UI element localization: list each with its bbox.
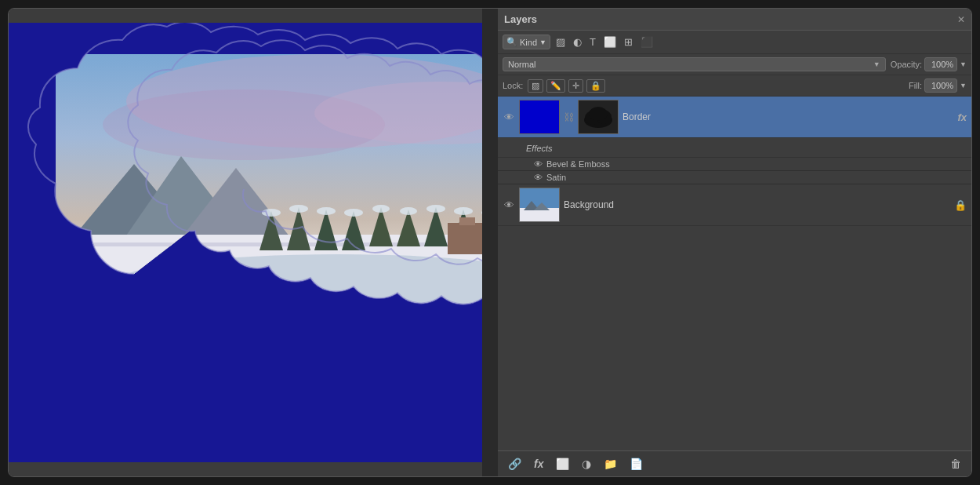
kind-filter-shape-btn[interactable]: ⬜ <box>601 35 619 49</box>
layers-list: 👁 ⛓ Bo <box>498 97 971 450</box>
canvas-background <box>9 23 482 462</box>
thumb-landscape <box>520 188 559 221</box>
lock-fill-row: Lock: ▨ ✏️ ✛ 🔒 Fill: 100% ▼ <box>498 75 971 97</box>
layer-visibility-icon-border[interactable]: 👁 <box>503 111 515 123</box>
thumb-cloud <box>579 100 618 133</box>
kind-chevron-icon: ▼ <box>539 38 546 46</box>
layers-panel: Layers ✕ 🔍 Kind ▼ ▨ ◐ T ⬜ ⊞ ⬛ Normal ▼ O… <box>498 9 971 476</box>
effect-satin[interactable]: 👁 Satin <box>498 171 971 184</box>
lock-position-btn[interactable]: ✛ <box>568 79 583 93</box>
layer-thumb-color-border <box>519 100 560 134</box>
layers-bottom-toolbar: 🔗 fx ⬜ ◑ 📁 📄 🗑 <box>498 450 971 476</box>
blend-mode-dropdown[interactable]: Normal ▼ <box>503 57 886 71</box>
fill-label: Fill: <box>909 81 922 90</box>
layer-visibility-icon-background[interactable]: 👁 <box>503 199 515 211</box>
fill-value[interactable]: 100% <box>924 78 957 93</box>
opacity-label: Opacity: <box>891 60 922 69</box>
kind-filter-smart-btn[interactable]: ⊞ <box>622 35 635 49</box>
svg-point-43 <box>589 107 608 121</box>
svg-rect-36 <box>459 217 475 225</box>
blend-chevron-icon: ▼ <box>873 60 880 68</box>
add-adjustment-btn[interactable]: ◑ <box>578 455 595 472</box>
blend-mode-value: Normal <box>508 60 535 69</box>
lock-icons: ▨ ✏️ ✛ 🔒 <box>528 79 605 93</box>
opacity-control: Opacity: 100% ▼ <box>891 57 967 71</box>
layers-panel-header: Layers ✕ <box>498 9 971 31</box>
kind-dropdown[interactable]: 🔍 Kind ▼ <box>503 35 550 49</box>
layer-fx-icon-border[interactable]: fx <box>957 111 967 123</box>
kind-filter-more-btn[interactable]: ⬛ <box>638 35 655 49</box>
layer-item-background[interactable]: 👁 Background 🔒 <box>498 184 971 226</box>
svg-rect-35 <box>448 223 482 254</box>
svg-point-31 <box>454 207 473 215</box>
svg-point-26 <box>317 207 336 215</box>
lock-all-btn[interactable]: 🔒 <box>586 79 605 93</box>
delete-layer-btn[interactable]: 🗑 <box>946 455 965 472</box>
fill-chevron-icon: ▼ <box>960 82 967 89</box>
effect-eye-satin[interactable]: 👁 <box>534 173 543 182</box>
layer-thumb-mask-border <box>578 100 619 134</box>
effect-name-bevel: Bevel & Emboss <box>546 159 610 169</box>
effect-name-satin: Satin <box>546 173 566 182</box>
svg-point-28 <box>372 205 390 213</box>
lock-pixels-btn[interactable]: ▨ <box>528 79 543 93</box>
add-fx-btn[interactable]: fx <box>530 455 547 472</box>
svg-point-24 <box>262 209 281 217</box>
thumb-blue <box>520 100 559 133</box>
blend-opacity-row: Normal ▼ Opacity: 100% ▼ <box>498 54 971 75</box>
layers-panel-title: Layers <box>504 13 537 25</box>
effect-bevel-emboss[interactable]: 👁 Bevel & Emboss <box>498 158 971 171</box>
svg-point-30 <box>426 205 445 213</box>
app-window: Layers ✕ 🔍 Kind ▼ ▨ ◐ T ⬜ ⊞ ⬛ Normal ▼ O… <box>8 8 972 477</box>
svg-point-27 <box>344 209 363 217</box>
svg-point-25 <box>289 205 308 213</box>
lock-label: Lock: <box>503 81 523 90</box>
effect-eye-bevel[interactable]: 👁 <box>534 159 543 169</box>
opacity-chevron-icon: ▼ <box>960 60 967 68</box>
layers-kind-row: 🔍 Kind ▼ ▨ ◐ T ⬜ ⊞ ⬛ <box>498 31 971 54</box>
new-group-btn[interactable]: 📁 <box>600 455 621 472</box>
opacity-value[interactable]: 100% <box>924 57 957 71</box>
fill-control: Fill: 100% ▼ <box>909 78 967 93</box>
layer-name-background: Background <box>564 199 950 210</box>
svg-point-29 <box>400 207 417 215</box>
lock-image-btn[interactable]: ✏️ <box>546 79 565 93</box>
layer-lock-icon-background: 🔒 <box>954 199 967 211</box>
layers-panel-close[interactable]: ✕ <box>957 14 965 25</box>
layer-thumb-background <box>519 188 560 222</box>
add-mask-btn[interactable]: ⬜ <box>552 455 573 472</box>
layer-chain-icon-border[interactable]: ⛓ <box>564 111 574 123</box>
link-layers-btn[interactable]: 🔗 <box>504 455 525 472</box>
kind-filter-type-btn[interactable]: T <box>587 35 598 49</box>
far-right-panel <box>482 9 498 476</box>
kind-filter-image-btn[interactable]: ▨ <box>554 35 568 49</box>
kind-label: Kind <box>520 38 537 47</box>
layer-effects-header: Effects <box>498 138 971 158</box>
canvas-area <box>9 9 482 476</box>
new-layer-btn[interactable]: 📄 <box>626 455 647 472</box>
search-icon: 🔍 <box>506 37 517 47</box>
layer-item-border[interactable]: 👁 ⛓ Bo <box>498 97 971 138</box>
kind-filter-adjustment-btn[interactable]: ◐ <box>571 35 584 49</box>
layer-name-border: Border <box>622 111 953 122</box>
effects-label: Effects <box>526 144 553 153</box>
